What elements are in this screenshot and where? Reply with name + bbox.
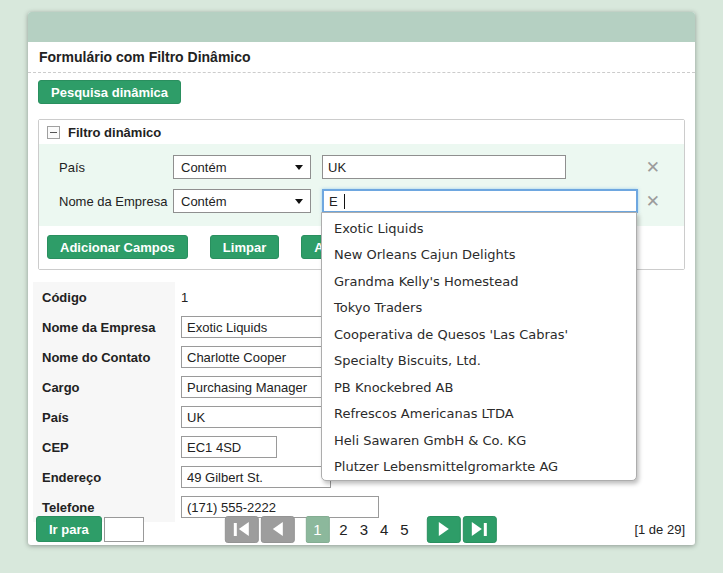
pager-controls: 1 2 3 4 5 xyxy=(224,516,498,543)
field-label: Código xyxy=(33,282,175,312)
first-page-icon xyxy=(234,523,237,536)
nome-contato-field[interactable] xyxy=(181,346,331,368)
page-link-4[interactable]: 4 xyxy=(380,521,388,538)
autocomplete-item[interactable]: New Orleans Cajun Delights xyxy=(322,242,636,269)
filter-operator-select[interactable]: Contém xyxy=(173,189,311,213)
filter-operator-select[interactable]: Contém xyxy=(173,155,311,179)
collapse-icon[interactable] xyxy=(47,126,60,139)
nome-empresa-field[interactable] xyxy=(181,316,331,338)
previous-page-icon xyxy=(272,522,282,536)
dynamic-search-button[interactable]: Pesquisa dinâmica xyxy=(38,80,181,104)
filter-title: Filtro dinâmico xyxy=(68,125,161,140)
text-caret xyxy=(344,194,345,209)
filter-value-input-empresa[interactable] xyxy=(322,189,638,213)
autocomplete-item[interactable]: Grandma Kelly's Homestead xyxy=(322,268,636,295)
clear-button[interactable]: Limpar xyxy=(210,235,279,259)
cep-field[interactable] xyxy=(181,436,277,458)
remove-filter-icon[interactable]: ✕ xyxy=(646,159,660,176)
main-panel: Formulário com Filtro Dinâmico Pesquisa … xyxy=(28,12,695,545)
codigo-value: 1 xyxy=(181,290,188,305)
pais-field[interactable] xyxy=(181,406,331,428)
field-label: Endereço xyxy=(33,462,175,492)
autocomplete-item[interactable]: Tokyo Traders xyxy=(322,295,636,322)
page-link-2[interactable]: 2 xyxy=(339,521,347,538)
chevron-down-icon xyxy=(295,165,303,170)
next-page-icon xyxy=(439,522,449,536)
autocomplete-item[interactable]: Cooperativa de Quesos 'Las Cabras' xyxy=(322,321,636,348)
previous-page-button[interactable] xyxy=(260,516,294,543)
cargo-field[interactable] xyxy=(181,376,331,398)
field-label: CEP xyxy=(33,432,175,462)
first-page-button[interactable] xyxy=(224,516,258,543)
pagination-bar: Ir para 1 2 3 4 5 [1 de 29] xyxy=(28,515,695,543)
autocomplete-item[interactable]: Specialty Biscuits, Ltd. xyxy=(322,348,636,375)
page-status: [1 de 29] xyxy=(634,522,685,537)
goto-page-button[interactable]: Ir para xyxy=(36,516,102,542)
autocomplete-item[interactable]: Heli Sawaren GmbH & Co. KG xyxy=(322,427,636,454)
filter-operator-value: Contém xyxy=(181,194,227,209)
last-page-button[interactable] xyxy=(463,516,497,543)
current-page-button[interactable]: 1 xyxy=(305,516,329,543)
autocomplete-dropdown: Exotic Liquids New Orleans Cajun Delight… xyxy=(321,212,637,481)
page-link-5[interactable]: 5 xyxy=(400,521,408,538)
add-fields-button[interactable]: Adicionar Campos xyxy=(47,235,188,259)
page-title: Formulário com Filtro Dinâmico xyxy=(39,49,251,65)
last-page-icon xyxy=(472,522,482,536)
goto-page-input[interactable] xyxy=(104,517,144,542)
field-label: Nome da Empresa xyxy=(33,312,175,342)
autocomplete-item[interactable]: Refrescos Americanas LTDA xyxy=(322,401,636,428)
next-page-button[interactable] xyxy=(427,516,461,543)
autocomplete-item[interactable]: Plutzer Lebensmittelgromarkte AG xyxy=(322,454,636,481)
endereco-field[interactable] xyxy=(181,466,331,488)
remove-filter-icon[interactable]: ✕ xyxy=(646,193,660,210)
field-label: Nome do Contato xyxy=(33,342,175,372)
chevron-down-icon xyxy=(295,199,303,204)
autocomplete-item[interactable]: Exotic Liquids xyxy=(322,215,636,242)
filter-row-pais: País Contém ✕ xyxy=(39,154,684,180)
field-label: Cargo xyxy=(33,372,175,402)
filter-row-empresa: Nome da Empresa Contém ✕ xyxy=(39,188,684,214)
filter-field-label: Nome da Empresa xyxy=(59,194,173,209)
title-bar: Formulário com Filtro Dinâmico xyxy=(28,42,695,73)
field-label: País xyxy=(33,402,175,432)
page-link-3[interactable]: 3 xyxy=(360,521,368,538)
panel-header-strip xyxy=(28,12,695,42)
autocomplete-item[interactable]: PB Knockebred AB xyxy=(322,374,636,401)
filter-header: Filtro dinâmico xyxy=(39,120,684,144)
filter-operator-value: Contém xyxy=(181,160,227,175)
filter-field-label: País xyxy=(59,160,173,175)
filter-value-input-pais[interactable] xyxy=(322,155,566,179)
